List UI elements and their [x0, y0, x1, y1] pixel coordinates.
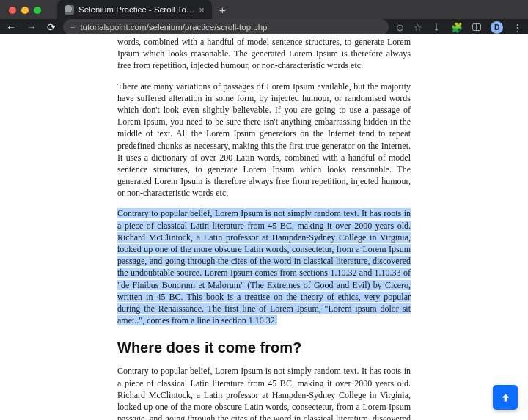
- window-controls: [9, 7, 41, 14]
- window-close-button[interactable]: [9, 7, 16, 14]
- menu-icon[interactable]: ⋮: [513, 22, 522, 33]
- tab-strip: Selenium Practice - Scroll To… × +: [0, 0, 528, 19]
- profile-avatar[interactable]: D: [491, 21, 503, 34]
- download-icon[interactable]: ⭳: [432, 22, 441, 33]
- nav-controls: ← → ⟳: [6, 21, 56, 33]
- selected-text[interactable]: Contrary to popular belief, Lorem Ipsum …: [117, 208, 411, 325]
- reload-button[interactable]: ⟳: [47, 21, 56, 33]
- site-info-icon[interactable]: ≡: [70, 23, 75, 32]
- section-heading: Where does it come from?: [117, 338, 411, 358]
- extensions-icon[interactable]: 🧩: [451, 22, 463, 33]
- paragraph: Contrary to popular belief, Lorem Ipsum …: [117, 365, 411, 420]
- tab-title: Selenium Practice - Scroll To…: [78, 5, 194, 14]
- address-bar[interactable]: ≡ tutorialspoint.com/selenium/practice/s…: [63, 19, 389, 35]
- browser-tab-active[interactable]: Selenium Practice - Scroll To… ×: [57, 0, 212, 19]
- tab-favicon: [65, 5, 74, 15]
- panel-icon[interactable]: [472, 22, 481, 33]
- url-text: tutorialspoint.com/selenium/practice/scr…: [80, 23, 267, 32]
- back-button[interactable]: ←: [6, 21, 16, 33]
- page-viewport: words, combined with a handful of model …: [0, 34, 528, 420]
- window-minimize-button[interactable]: [21, 7, 29, 14]
- search-icon[interactable]: ⊙: [396, 22, 404, 33]
- paragraph: There are many variations of passages of…: [117, 81, 411, 199]
- forward-button[interactable]: →: [26, 21, 37, 33]
- browser-chrome: Selenium Practice - Scroll To… × + ← → ⟳…: [0, 0, 528, 34]
- toolbar: ← → ⟳ ≡ tutorialspoint.com/selenium/prac…: [0, 19, 528, 35]
- toolbar-right: ⊙ ☆ ⭳ 🧩 D ⋮: [396, 21, 522, 34]
- paragraph-selected: Contrary to popular belief, Lorem Ipsum …: [117, 207, 411, 326]
- paragraph: words, combined with a handful of model …: [117, 36, 411, 72]
- arrow-up-icon: [500, 392, 511, 403]
- scroll-to-top-button[interactable]: [493, 385, 518, 410]
- bookmark-icon[interactable]: ☆: [414, 22, 422, 33]
- article-content: words, combined with a handful of model …: [117, 34, 411, 420]
- tab-close-button[interactable]: ×: [199, 5, 205, 15]
- window-zoom-button[interactable]: [34, 7, 41, 14]
- new-tab-button[interactable]: +: [212, 4, 233, 19]
